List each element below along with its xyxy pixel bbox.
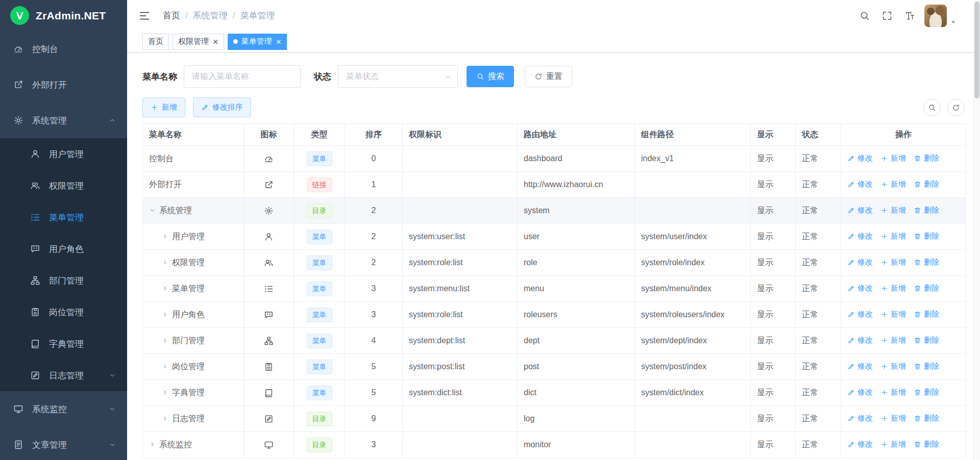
edit-link[interactable]: 修改 bbox=[847, 154, 873, 163]
add-link[interactable]: 新增 bbox=[880, 440, 906, 449]
font-size-button[interactable] bbox=[904, 10, 915, 21]
add-link[interactable]: 新增 bbox=[880, 310, 906, 319]
sidebar-item-article-admin[interactable]: 文章管理 bbox=[0, 427, 127, 460]
add-link[interactable]: 新增 bbox=[880, 258, 906, 267]
edit-link[interactable]: 修改 bbox=[847, 232, 873, 241]
sidebar-item-user-admin[interactable]: 用户管理 bbox=[0, 138, 127, 170]
delete-link[interactable]: 删除 bbox=[914, 336, 939, 345]
breadcrumb-item[interactable]: 系统管理 bbox=[193, 10, 228, 21]
sidebar-item-menu-admin[interactable]: 菜单管理 bbox=[0, 201, 127, 233]
edit-link[interactable]: 修改 bbox=[847, 362, 873, 371]
sidebar-item-system-admin[interactable]: 系统管理 bbox=[0, 103, 127, 138]
sidebar-item-log-admin[interactable]: 日志管理 bbox=[0, 360, 127, 391]
user-avatar[interactable] bbox=[924, 5, 947, 27]
refresh-table-button[interactable] bbox=[947, 99, 965, 116]
type-tag: 菜单 bbox=[307, 282, 332, 296]
sidebar-item-dept-admin[interactable]: 部门管理 bbox=[0, 265, 127, 296]
add-link[interactable]: 新增 bbox=[880, 154, 906, 163]
edit-link[interactable]: 修改 bbox=[847, 258, 873, 267]
sidebar-item-system-monitor[interactable]: 系统监控 bbox=[0, 391, 127, 427]
page-scrollbar[interactable] bbox=[973, 0, 980, 460]
delete-link[interactable]: 删除 bbox=[914, 258, 939, 267]
delete-link[interactable]: 删除 bbox=[914, 414, 939, 423]
add-link[interactable]: 新增 bbox=[880, 232, 906, 241]
sidebar-item-label: 用户角色 bbox=[49, 243, 116, 255]
expand-toggle-icon[interactable] bbox=[149, 441, 156, 448]
tab-menu-admin[interactable]: 菜单管理× bbox=[228, 34, 287, 50]
tab-home[interactable]: 首页 bbox=[142, 34, 169, 50]
expand-toggle-icon[interactable] bbox=[162, 389, 168, 396]
type-tag: 菜单 bbox=[307, 151, 332, 166]
tab-role-admin[interactable]: 权限管理× bbox=[173, 34, 224, 50]
sidebar-item-dict-admin[interactable]: 字典管理 bbox=[0, 328, 127, 360]
sidebar-item-role-admin[interactable]: 权限管理 bbox=[0, 170, 127, 201]
tab-label: 首页 bbox=[148, 37, 163, 46]
scrollbar-thumb[interactable] bbox=[974, 2, 979, 98]
visible-cell: 显示 bbox=[751, 354, 796, 380]
delete-link[interactable]: 删除 bbox=[914, 440, 939, 449]
delete-link[interactable]: 删除 bbox=[914, 362, 939, 371]
edit-link[interactable]: 修改 bbox=[847, 284, 873, 293]
sidebar-toggle-button[interactable] bbox=[135, 7, 154, 25]
expand-toggle-icon[interactable] bbox=[162, 233, 168, 240]
path-cell: system bbox=[518, 198, 635, 224]
expand-toggle-icon[interactable] bbox=[162, 363, 168, 370]
edit-link[interactable]: 修改 bbox=[847, 440, 873, 449]
badge-icon bbox=[30, 307, 40, 317]
sidebar-item-user-role[interactable]: 用户角色 bbox=[0, 233, 127, 265]
search-button[interactable]: 搜索 bbox=[467, 66, 514, 87]
sort-button[interactable]: 修改排序 bbox=[193, 97, 251, 117]
path-cell: menu bbox=[518, 276, 635, 302]
add-link[interactable]: 新增 bbox=[880, 284, 906, 293]
expand-toggle-icon[interactable] bbox=[149, 207, 156, 214]
tab-close-icon[interactable]: × bbox=[276, 38, 282, 45]
toggle-search-button[interactable] bbox=[923, 99, 941, 116]
book-icon bbox=[30, 339, 40, 349]
edit-link[interactable]: 修改 bbox=[847, 336, 873, 345]
sidebar-item-dashboard[interactable]: 控制台 bbox=[0, 31, 127, 67]
app-logo[interactable]: V ZrAdmin.NET bbox=[0, 0, 127, 31]
edit-link[interactable]: 修改 bbox=[847, 414, 873, 423]
fullscreen-button[interactable] bbox=[881, 10, 893, 21]
sort-cell: 2 bbox=[345, 250, 403, 276]
add-link[interactable]: 新增 bbox=[880, 414, 906, 423]
add-link[interactable]: 新增 bbox=[880, 362, 906, 371]
edit-link[interactable]: 修改 bbox=[847, 388, 873, 397]
sidebar-item-post-admin[interactable]: 岗位管理 bbox=[0, 296, 127, 328]
type-tag: 菜单 bbox=[307, 255, 332, 270]
reset-button[interactable]: 重置 bbox=[525, 66, 572, 87]
status-select[interactable]: 菜单状态 bbox=[338, 65, 458, 88]
delete-link[interactable]: 删除 bbox=[914, 310, 939, 319]
expand-toggle-icon[interactable] bbox=[162, 337, 168, 344]
delete-link[interactable]: 删除 bbox=[914, 388, 939, 397]
expand-toggle-icon[interactable] bbox=[162, 311, 168, 318]
expand-toggle-icon[interactable] bbox=[162, 259, 168, 266]
tab-close-icon[interactable]: × bbox=[213, 38, 218, 45]
breadcrumb-item[interactable]: 首页 bbox=[163, 10, 180, 21]
add-link[interactable]: 新增 bbox=[880, 388, 906, 397]
header-search-button[interactable] bbox=[859, 10, 870, 21]
add-button[interactable]: 新增 bbox=[142, 97, 185, 117]
add-link[interactable]: 新增 bbox=[880, 180, 906, 189]
add-link[interactable]: 新增 bbox=[880, 206, 906, 215]
column-header: 路由地址 bbox=[518, 124, 635, 146]
caret-down-icon[interactable] bbox=[950, 19, 957, 25]
edit-link[interactable]: 修改 bbox=[847, 180, 873, 189]
edit-link[interactable]: 修改 bbox=[847, 206, 873, 215]
delete-link[interactable]: 删除 bbox=[914, 232, 939, 241]
delete-link[interactable]: 删除 bbox=[914, 284, 939, 293]
add-link[interactable]: 新增 bbox=[880, 336, 906, 345]
sidebar-menu: 控制台外部打开系统管理用户管理权限管理菜单管理用户角色部门管理岗位管理字典管理日… bbox=[0, 31, 127, 460]
menu-name-input[interactable] bbox=[184, 65, 301, 88]
delete-link[interactable]: 删除 bbox=[914, 154, 939, 163]
sidebar: V ZrAdmin.NET 控制台外部打开系统管理用户管理权限管理菜单管理用户角… bbox=[0, 0, 127, 460]
main-area: 首页/系统管理/菜单管理 首页权限管理×菜单管理× 菜单名称 状 bbox=[127, 0, 980, 460]
sidebar-item-external-open[interactable]: 外部打开 bbox=[0, 67, 127, 103]
font-size-icon bbox=[904, 10, 915, 21]
edit-link[interactable]: 修改 bbox=[847, 310, 873, 319]
delete-link[interactable]: 删除 bbox=[914, 206, 939, 215]
delete-link[interactable]: 删除 bbox=[914, 180, 939, 189]
expand-toggle-icon[interactable] bbox=[162, 415, 168, 422]
perm-cell bbox=[403, 406, 518, 432]
expand-toggle-icon[interactable] bbox=[162, 285, 168, 292]
